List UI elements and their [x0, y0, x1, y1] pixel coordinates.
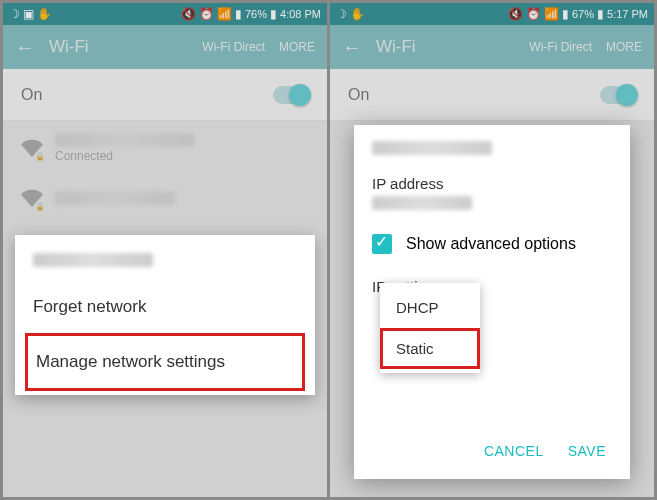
- network-menu-dialog: Forget network Manage network settings: [15, 235, 315, 395]
- static-option[interactable]: Static: [380, 328, 480, 369]
- screen-left: ☽ ▣ ✋ 🔇 ⏰ 📶 ▮ 76% ▮ 4:08 PM ← Wi-Fi Wi-F…: [3, 3, 327, 497]
- forget-network-item[interactable]: Forget network: [15, 281, 315, 333]
- show-advanced-label: Show advanced options: [406, 235, 576, 253]
- ip-address-label: IP address: [372, 175, 612, 192]
- dialog-title-blurred: [372, 141, 492, 155]
- cancel-button[interactable]: CANCEL: [484, 443, 544, 459]
- show-advanced-row[interactable]: Show advanced options: [372, 234, 612, 254]
- screen-right: ☽ ✋ 🔇 ⏰ 📶 ▮ 67% ▮ 5:17 PM ← Wi-Fi Wi-Fi …: [330, 3, 654, 497]
- manage-network-settings-item[interactable]: Manage network settings: [25, 333, 305, 391]
- save-button[interactable]: SAVE: [568, 443, 606, 459]
- ip-address-value-blurred: [372, 196, 472, 210]
- ip-settings-dropdown: DHCP Static: [380, 283, 480, 373]
- dialog-title-blurred: [33, 253, 153, 267]
- dialog-buttons: CANCEL SAVE: [372, 433, 612, 469]
- checkbox-checked-icon[interactable]: [372, 234, 392, 254]
- dhcp-option[interactable]: DHCP: [380, 287, 480, 328]
